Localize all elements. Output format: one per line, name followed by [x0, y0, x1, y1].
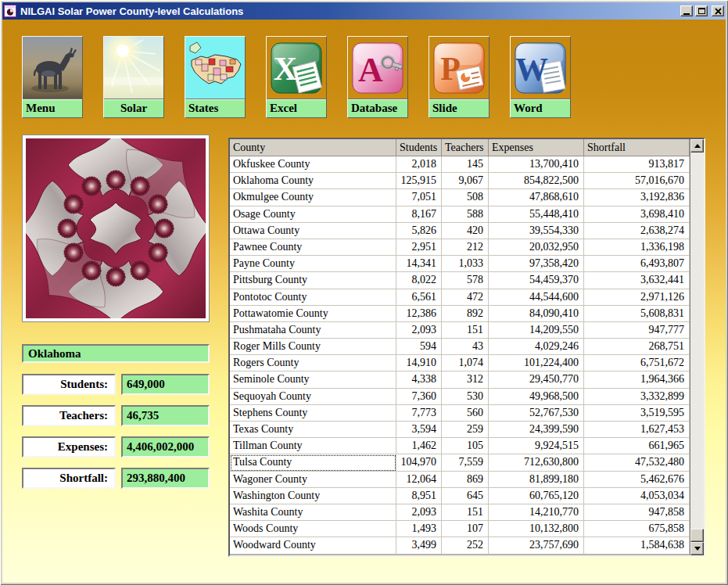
county-cell[interactable]: Pontotoc County — [230, 289, 396, 306]
shortfall-cell[interactable]: 3,698,410 — [584, 206, 690, 223]
expenses-cell[interactable]: 101,224,400 — [489, 355, 584, 371]
expenses-cell[interactable]: 4,029,246 — [489, 339, 584, 355]
table-row[interactable]: Oklahoma County 125,915 9,067 854,822,50… — [230, 173, 690, 189]
shortfall-cell[interactable]: 5,608,831 — [584, 306, 690, 322]
county-cell[interactable]: Pottawatomie County — [230, 306, 396, 322]
teachers-cell[interactable]: 312 — [442, 371, 489, 388]
students-cell[interactable]: 3,499 — [396, 537, 442, 554]
students-cell[interactable]: 3,594 — [396, 422, 442, 438]
students-cell[interactable]: 104,970 — [396, 454, 442, 471]
county-cell[interactable]: Texas County — [230, 422, 396, 438]
states-button[interactable]: States — [185, 36, 246, 118]
expenses-cell[interactable]: 14,209,550 — [489, 322, 584, 339]
shortfall-cell[interactable]: 3,332,899 — [584, 389, 690, 405]
word-button[interactable]: W Word — [510, 36, 571, 118]
expenses-cell[interactable]: 854,822,500 — [489, 173, 584, 189]
students-cell[interactable]: 12,386 — [396, 306, 442, 322]
teachers-cell[interactable]: 892 — [442, 306, 489, 322]
teachers-cell[interactable]: 508 — [442, 189, 489, 206]
database-button[interactable]: A Database — [347, 36, 408, 118]
table-row[interactable]: Pushmataha County 2,093 151 14,209,550 9… — [230, 322, 690, 339]
expenses-cell[interactable]: 47,868,610 — [489, 189, 584, 206]
students-value[interactable]: 649,000 — [121, 374, 210, 395]
table-row[interactable]: Sequoyah County 7,360 530 49,968,500 3,3… — [230, 389, 690, 405]
table-row[interactable]: Okmulgee County 7,051 508 47,868,610 3,1… — [230, 189, 690, 206]
excel-button[interactable]: X Excel — [266, 36, 327, 118]
expenses-cell[interactable]: 55,448,410 — [489, 206, 584, 223]
table-row[interactable]: Washita County 2,093 151 14,210,770 947,… — [230, 504, 690, 521]
shortfall-value[interactable]: 293,880,400 — [121, 468, 210, 489]
teachers-cell[interactable]: 560 — [442, 405, 489, 422]
table-row[interactable]: Washington County 8,951 645 60,765,120 4… — [230, 488, 690, 504]
teachers-cell[interactable]: 578 — [442, 272, 489, 289]
table-row[interactable]: Seminole County 4,338 312 29,450,770 1,9… — [230, 371, 690, 388]
county-cell[interactable]: Payne County — [230, 256, 396, 272]
expenses-cell[interactable]: 14,210,770 — [489, 504, 584, 521]
teachers-cell[interactable]: 530 — [442, 389, 489, 405]
county-column-header[interactable]: County — [230, 139, 396, 156]
county-cell[interactable]: Washita County — [230, 504, 396, 521]
students-cell[interactable]: 2,951 — [396, 239, 442, 256]
county-cell[interactable]: Rogers County — [230, 355, 396, 371]
county-cell[interactable]: Oklahoma County — [230, 173, 396, 189]
students-cell[interactable]: 125,915 — [396, 173, 442, 189]
county-cell[interactable]: Stephens County — [230, 405, 396, 422]
students-cell[interactable]: 4,338 — [396, 371, 442, 388]
table-row[interactable]: Ottawa County 5,826 420 39,554,330 2,638… — [230, 223, 690, 239]
table-row[interactable]: Wagoner County 12,064 869 81,899,180 5,4… — [230, 472, 690, 488]
shortfall-cell[interactable]: 57,016,670 — [584, 173, 690, 189]
shortfall-cell[interactable]: 1,627,453 — [584, 422, 690, 438]
teachers-cell[interactable]: 107 — [442, 521, 489, 537]
table-row[interactable]: Pawnee County 2,951 212 20,032,950 1,336… — [230, 239, 690, 256]
shortfall-column-header[interactable]: Shortfall — [584, 139, 690, 156]
table-row[interactable]: Woodward County 3,499 252 23,757,690 1,5… — [230, 537, 690, 554]
students-column-header[interactable]: Students — [396, 139, 442, 156]
shortfall-cell[interactable]: 661,965 — [584, 438, 690, 454]
county-cell[interactable]: Woods County — [230, 521, 396, 537]
expenses-cell[interactable]: 60,765,120 — [489, 488, 584, 504]
shortfall-cell[interactable]: 913,817 — [584, 156, 690, 173]
students-cell[interactable]: 8,167 — [396, 206, 442, 223]
expenses-cell[interactable]: 20,032,950 — [489, 239, 584, 256]
expenses-value[interactable]: 4,406,002,000 — [121, 436, 210, 458]
vertical-scrollbar[interactable] — [690, 139, 704, 555]
shortfall-cell[interactable]: 3,632,441 — [584, 272, 690, 289]
shortfall-cell[interactable]: 2,971,126 — [584, 289, 690, 306]
expenses-cell[interactable]: 9,924,515 — [489, 438, 584, 454]
teachers-cell[interactable]: 252 — [442, 537, 489, 554]
county-cell[interactable]: Pushmataha County — [230, 322, 396, 339]
county-cell[interactable]: Woodward County — [230, 537, 396, 554]
teachers-cell[interactable]: 151 — [442, 504, 489, 521]
shortfall-cell[interactable]: 268,751 — [584, 339, 690, 355]
shortfall-cell[interactable]: 1,964,366 — [584, 371, 690, 388]
county-cell[interactable]: Pittsburg County — [230, 272, 396, 289]
expenses-cell[interactable]: 24,399,590 — [489, 422, 584, 438]
table-row[interactable]: Payne County 14,341 1,033 97,358,420 6,4… — [230, 256, 690, 272]
shortfall-cell[interactable]: 5,462,676 — [584, 472, 690, 488]
table-row[interactable]: Pontotoc County 6,561 472 44,544,600 2,9… — [230, 289, 690, 306]
shortfall-cell[interactable]: 3,519,595 — [584, 405, 690, 422]
teachers-column-header[interactable]: Teachers — [442, 139, 489, 156]
teachers-cell[interactable]: 472 — [442, 289, 489, 306]
county-cell[interactable]: Pawnee County — [230, 239, 396, 256]
shortfall-cell[interactable]: 2,638,274 — [584, 223, 690, 239]
students-cell[interactable]: 1,493 — [396, 521, 442, 537]
table-row[interactable]: Rogers County 14,910 1,074 101,224,400 6… — [230, 355, 690, 371]
expenses-cell[interactable]: 712,630,800 — [489, 454, 584, 471]
scroll-down-button[interactable] — [690, 542, 704, 555]
shortfall-cell[interactable]: 47,532,480 — [584, 454, 690, 471]
title-bar[interactable]: NILGAI Solar Power County-level Calculat… — [2, 2, 726, 20]
county-cell[interactable]: Tillman County — [230, 438, 396, 454]
shortfall-cell[interactable]: 947,858 — [584, 504, 690, 521]
teachers-cell[interactable]: 151 — [442, 322, 489, 339]
expenses-cell[interactable]: 81,899,180 — [489, 472, 584, 488]
expenses-cell[interactable]: 84,090,410 — [489, 306, 584, 322]
teachers-cell[interactable]: 869 — [442, 472, 489, 488]
shortfall-cell[interactable]: 1,336,198 — [584, 239, 690, 256]
students-cell[interactable]: 7,051 — [396, 189, 442, 206]
expenses-cell[interactable]: 13,700,410 — [489, 156, 584, 173]
students-cell[interactable]: 7,360 — [396, 389, 442, 405]
teachers-cell[interactable]: 43 — [442, 339, 489, 355]
county-cell[interactable]: Okmulgee County — [230, 189, 396, 206]
slide-button[interactable]: P Slide — [429, 36, 490, 118]
